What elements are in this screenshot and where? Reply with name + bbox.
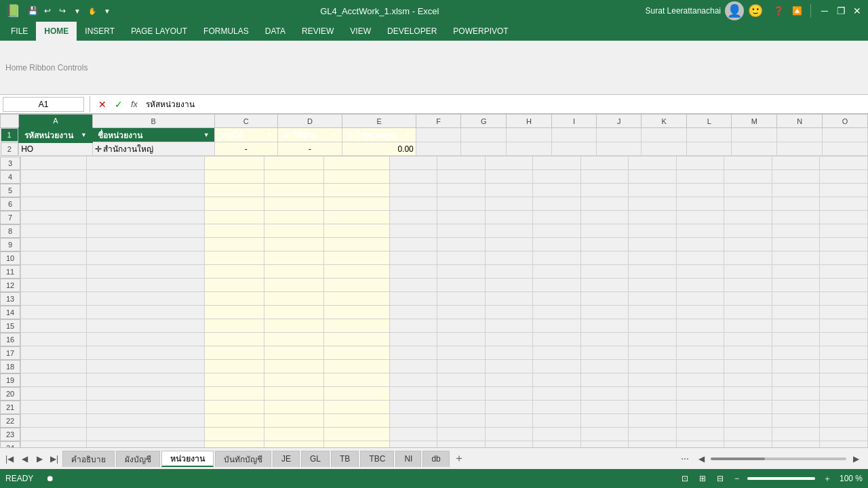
sheet-last-btn[interactable]: ▶| xyxy=(47,452,61,466)
cell-e6[interactable] xyxy=(324,197,390,211)
cell-m6[interactable] xyxy=(724,197,772,211)
cell-l16[interactable] xyxy=(676,333,724,346)
cell-n2[interactable] xyxy=(777,142,823,156)
cell-j19[interactable] xyxy=(580,373,629,387)
cell-j1[interactable] xyxy=(597,128,642,142)
cell-k15[interactable] xyxy=(629,319,677,333)
cell-c10[interactable] xyxy=(205,251,264,265)
tab-data[interactable]: DATA xyxy=(257,22,294,41)
cell-i17[interactable] xyxy=(533,346,581,360)
cell-m14[interactable] xyxy=(724,306,772,319)
cell-l24[interactable] xyxy=(676,441,724,448)
cell-b18[interactable] xyxy=(86,360,205,373)
cell-i24[interactable] xyxy=(533,441,581,448)
cell-f11[interactable] xyxy=(389,265,437,279)
cell-e14[interactable] xyxy=(324,306,390,319)
scrollbar-track[interactable] xyxy=(711,458,846,460)
cell-a23[interactable] xyxy=(21,428,87,441)
cell-c17[interactable] xyxy=(205,346,264,360)
cell-c12[interactable] xyxy=(205,279,264,292)
cell-o15[interactable] xyxy=(820,319,868,333)
cell-i3[interactable] xyxy=(533,157,581,170)
sheet-next-btn[interactable]: ▶ xyxy=(33,452,46,466)
cell-a16[interactable] xyxy=(21,333,87,346)
cell-o23[interactable] xyxy=(820,428,868,441)
cell-n5[interactable] xyxy=(772,184,820,197)
cell-a20[interactable] xyxy=(21,387,87,401)
cell-m16[interactable] xyxy=(724,333,772,346)
cell-m11[interactable] xyxy=(724,265,772,279)
cell-n14[interactable] xyxy=(772,306,820,319)
cell-f16[interactable] xyxy=(389,333,437,346)
zoom-plus-btn[interactable]: ＋ xyxy=(823,473,831,485)
cell-j9[interactable] xyxy=(580,238,629,251)
sheet-tab-bantukbanchee[interactable]: บันทักบัญชี xyxy=(215,451,271,467)
tab-formulas[interactable]: FORMULAS xyxy=(195,22,257,41)
cell-f15[interactable] xyxy=(389,319,437,333)
normal-view-btn[interactable]: ⊡ xyxy=(679,472,691,485)
cell-l20[interactable] xyxy=(676,387,724,401)
more-qat-btn[interactable]: ▼ xyxy=(100,4,114,18)
cell-m12[interactable] xyxy=(724,279,772,292)
help-btn[interactable]: ❓ xyxy=(774,6,784,16)
cell-i18[interactable] xyxy=(533,360,581,373)
cell-d13[interactable] xyxy=(264,292,324,306)
cell-k13[interactable] xyxy=(629,292,677,306)
cell-k2[interactable] xyxy=(642,142,687,156)
cell-i19[interactable] xyxy=(533,373,581,387)
cell-d20[interactable] xyxy=(264,387,324,401)
cell-h7[interactable] xyxy=(485,211,533,224)
cell-j24[interactable] xyxy=(580,441,629,448)
sheet-options-btn[interactable]: ⋯ xyxy=(678,452,692,466)
cell-h20[interactable] xyxy=(485,387,533,401)
cell-l12[interactable] xyxy=(676,279,724,292)
cell-c21[interactable] xyxy=(205,401,264,414)
cell-e23[interactable] xyxy=(324,428,390,441)
cell-e3[interactable] xyxy=(324,157,390,170)
cell-f12[interactable] xyxy=(389,279,437,292)
cell-h24[interactable] xyxy=(485,441,533,448)
cell-o1[interactable] xyxy=(823,128,868,142)
col-header-j[interactable]: J xyxy=(597,115,642,128)
cell-e18[interactable] xyxy=(324,360,390,373)
confirm-formula-btn[interactable]: ✓ xyxy=(112,98,125,111)
cell-a18[interactable] xyxy=(21,360,87,373)
cell-f14[interactable] xyxy=(389,306,437,319)
cell-m15[interactable] xyxy=(724,319,772,333)
cell-c8[interactable] xyxy=(205,224,264,238)
cell-n16[interactable] xyxy=(772,333,820,346)
cell-h4[interactable] xyxy=(485,170,533,184)
touch-qat-btn[interactable]: ✋ xyxy=(85,4,99,18)
cell-l5[interactable] xyxy=(676,184,724,197)
col-header-f[interactable]: F xyxy=(416,115,460,128)
cell-a19[interactable] xyxy=(21,373,87,387)
cell-c23[interactable] xyxy=(205,428,264,441)
cell-b2[interactable]: ✛สำนักงานใหญ่ xyxy=(92,142,214,156)
cell-h17[interactable] xyxy=(485,346,533,360)
cell-k6[interactable] xyxy=(629,197,677,211)
cell-h11[interactable] xyxy=(485,265,533,279)
cell-g22[interactable] xyxy=(437,414,486,428)
cell-n7[interactable] xyxy=(772,211,820,224)
cell-j20[interactable] xyxy=(580,387,629,401)
cell-m3[interactable] xyxy=(724,157,772,170)
sheet-tab-tbc[interactable]: TBC xyxy=(360,451,394,467)
cell-f20[interactable] xyxy=(389,387,437,401)
cell-k3[interactable] xyxy=(629,157,677,170)
cell-l17[interactable] xyxy=(676,346,724,360)
cell-c24[interactable] xyxy=(205,441,264,448)
cell-g11[interactable] xyxy=(437,265,486,279)
col-header-o[interactable]: O xyxy=(823,115,868,128)
cell-o24[interactable] xyxy=(820,441,868,448)
cell-h10[interactable] xyxy=(485,251,533,265)
cell-a15[interactable] xyxy=(21,319,87,333)
cell-k20[interactable] xyxy=(629,387,677,401)
cell-i11[interactable] xyxy=(533,265,581,279)
cell-d7[interactable] xyxy=(264,211,324,224)
cell-j22[interactable] xyxy=(580,414,629,428)
cell-h13[interactable] xyxy=(485,292,533,306)
cell-j8[interactable] xyxy=(580,224,629,238)
cell-m21[interactable] xyxy=(724,401,772,414)
cell-g18[interactable] xyxy=(437,360,486,373)
cell-f3[interactable] xyxy=(389,157,437,170)
